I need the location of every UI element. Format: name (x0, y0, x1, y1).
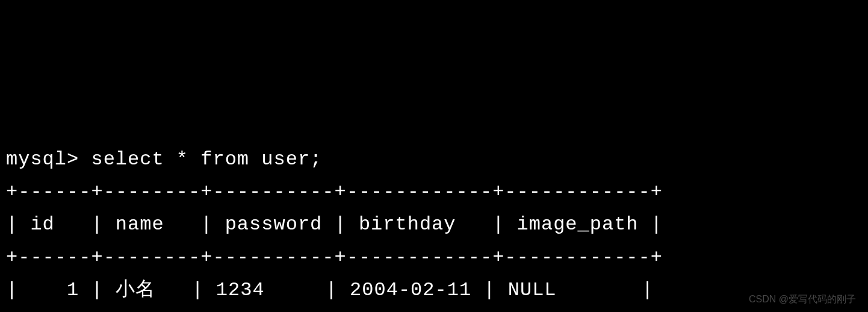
table-row: | 1 | 小名 | 1234 | 2004-02-11 | NULL | (6, 279, 654, 301)
table-header-row: | id | name | password | birthday | imag… (6, 213, 663, 236)
mysql-prompt: mysql> (6, 148, 91, 170)
watermark-text: CSDN @爱写代码的刚子 (749, 291, 856, 307)
sql-command: select * from user; (91, 148, 322, 170)
table-border-top: +------+--------+----------+------------… (6, 181, 663, 203)
table-border-mid: +------+--------+----------+------------… (6, 246, 663, 269)
terminal-output: mysql> select * from user; +------+-----… (6, 143, 862, 312)
